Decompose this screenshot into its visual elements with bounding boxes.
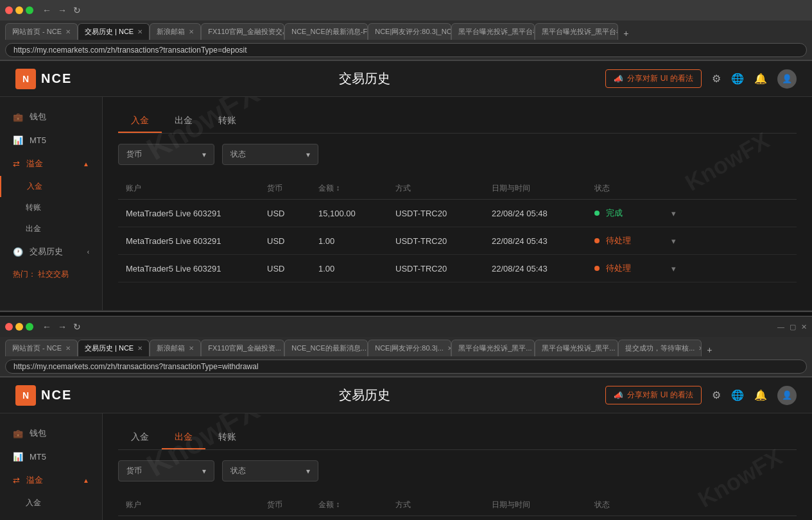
chevron-down-icon: ▾: [202, 150, 206, 159]
tab-transfer-1[interactable]: 转账: [205, 110, 249, 133]
browser-tab-fx110[interactable]: FX110官网_金融投资交易... ✕: [201, 23, 284, 40]
close-dot[interactable]: [5, 6, 13, 14]
expand-icon[interactable]: ▾: [671, 264, 697, 273]
tab-close-icon[interactable]: ✕: [137, 345, 143, 352]
share-button-1[interactable]: 📣 分享对新 UI 的看法: [605, 69, 702, 88]
back-button-2[interactable]: ←: [40, 320, 54, 333]
tab-close-icon[interactable]: ✕: [65, 28, 71, 35]
browser-tab2-black1[interactable]: 黑平台曝光投诉_黑平... ✕: [451, 340, 535, 356]
browser-tab2-fx110[interactable]: FX110官网_金融投资... ✕: [201, 340, 284, 356]
sidebar-item-funds-1[interactable]: ⇄ 溢金 ▲: [0, 152, 102, 176]
status-filter-1[interactable]: 状态 ▾: [222, 144, 318, 165]
share-button-2[interactable]: 📣 分享对新 UI 的看法: [605, 386, 702, 404]
address-bar-1[interactable]: [5, 43, 807, 57]
sidebar-item-wallet-1[interactable]: 💼 钱包: [0, 105, 102, 129]
sidebar-subitem-deposit-2[interactable]: 入金: [0, 492, 102, 514]
sidebar-subitem-withdraw-1[interactable]: 出金: [0, 218, 102, 239]
tab-transfer-2[interactable]: 转账: [205, 426, 249, 449]
main-content-2: KnowFX KnowFX 入金 出金 转账 货币 ▾ 状态 ▾: [103, 413, 812, 520]
expand-icon[interactable]: ▾: [671, 209, 697, 218]
status-badge: 待处理: [594, 235, 671, 247]
browser-tab2-home[interactable]: 网站首页 - NCE ✕: [5, 340, 78, 356]
sidebar-subitem-transfer-2[interactable]: 转账: [0, 514, 102, 520]
window-controls-2: [5, 323, 33, 331]
browser-tab-black2[interactable]: 黑平台曝光投诉_黑平台举... ✕: [535, 23, 618, 40]
address-bar-row-2: [0, 356, 812, 377]
megaphone-icon-2: 📣: [614, 391, 623, 400]
app-window-2: N NCE 交易历史 📣 分享对新 UI 的看法 ⚙ 🌐 🔔 👤 💼: [0, 377, 812, 520]
avatar-2[interactable]: 👤: [777, 386, 797, 405]
min-dot[interactable]: [15, 6, 23, 14]
logo-icon-2: N: [15, 385, 36, 406]
sidebar-item-wallet-2[interactable]: 💼 钱包: [0, 421, 102, 446]
refresh-button[interactable]: ↻: [71, 4, 83, 17]
tab-close-icon[interactable]: ✕: [189, 345, 194, 352]
browser-window-1: ← → ↻ 网站首页 - NCE ✕ 交易历史 | NCE ✕ 新浪邮箱 ✕ F…: [0, 0, 812, 311]
sidebar-item-funds-2[interactable]: ⇄ 溢金 ▲: [0, 468, 102, 492]
page-title-2: 交易历史: [339, 386, 390, 404]
language-button-1[interactable]: 🌐: [731, 73, 744, 85]
browser-tab-black1[interactable]: 黑平台曝光投诉_黑平台举... ✕: [451, 23, 535, 40]
min-dot-2[interactable]: [15, 323, 23, 331]
tab-withdraw-1[interactable]: 出金: [162, 110, 205, 133]
status-filter-2[interactable]: 状态 ▾: [222, 460, 318, 481]
close-dot-2[interactable]: [5, 323, 13, 331]
tab-close-icon[interactable]: ✕: [189, 28, 194, 35]
language-button-2[interactable]: 🌐: [731, 389, 744, 401]
tab-close-icon[interactable]: ✕: [65, 345, 71, 352]
browser-tab2-nce-news[interactable]: NCE_NCE的最新消息... ✕: [284, 340, 368, 356]
social-trading-link[interactable]: 社交交易: [38, 270, 69, 279]
main-content-1: KnowFX KnowFX 入金 出金 转账 货币 ▾ 状态 ▾: [103, 97, 812, 310]
funds-icon: ⇄: [13, 159, 20, 169]
notification-button-2[interactable]: 🔔: [754, 389, 767, 401]
notification-button-1[interactable]: 🔔: [754, 73, 767, 85]
new-tab-button-2[interactable]: +: [704, 343, 714, 356]
currency-filter-1[interactable]: 货币 ▾: [118, 144, 214, 165]
browser-tab-history[interactable]: 交易历史 | NCE ✕: [78, 23, 150, 40]
tab-close-icon[interactable]: ✕: [698, 345, 702, 352]
browser-tab2-nce-review[interactable]: NCE|网友评分:80.3|... ✕: [368, 340, 451, 356]
status-badge: 待处理: [594, 263, 671, 274]
sidebar-item-mt5-1[interactable]: 📊 MT5: [0, 129, 102, 152]
sidebar-subitem-transfer-1[interactable]: 转账: [0, 197, 102, 218]
sidebar-subitem-deposit-1[interactable]: 入金: [0, 176, 102, 197]
close-icon-2[interactable]: ✕: [801, 323, 807, 331]
tab-close-icon[interactable]: ✕: [137, 28, 143, 35]
currency-filter-2[interactable]: 货币 ▾: [118, 460, 214, 481]
browser-tab-nce-review[interactable]: NCE|网友评分:80.3|_NCE... ✕: [368, 23, 451, 40]
forward-button-2[interactable]: →: [55, 320, 69, 333]
browser-tab-nce-news[interactable]: NCE_NCE的最新消息-FX1... ✕: [284, 23, 368, 40]
back-button[interactable]: ←: [40, 4, 54, 17]
funds-icon-2: ⇄: [13, 476, 20, 485]
status-dot-complete: [594, 211, 600, 216]
tab-withdraw-2[interactable]: 出金: [162, 426, 205, 449]
window-controls: [5, 6, 33, 14]
max-dot-2[interactable]: [26, 323, 33, 331]
table-header-1: 账户 货币 金额 ↕ 方式 日期与时间 状态: [118, 178, 797, 200]
max-dot[interactable]: [26, 6, 33, 14]
sidebar-item-mt5-2[interactable]: 📊 MT5: [0, 446, 102, 468]
settings-button-1[interactable]: ⚙: [712, 73, 721, 85]
browser-tab2-black2[interactable]: 黑平台曝光投诉_黑平... ✕: [535, 340, 618, 356]
forward-button[interactable]: →: [55, 4, 69, 17]
refresh-button-2[interactable]: ↻: [71, 320, 83, 333]
sidebar-1: 💼 钱包 📊 MT5 ⇄ 溢金 ▲ 入金 转账 出金 🕐 交易历史: [0, 97, 103, 310]
browser-tab2-history[interactable]: 交易历史 | NCE ✕: [78, 340, 150, 356]
browser-tab-home[interactable]: 网站首页 - NCE ✕: [5, 23, 78, 40]
settings-button-2[interactable]: ⚙: [712, 389, 721, 401]
tab-deposit-2[interactable]: 入金: [118, 426, 162, 449]
tab-deposit-1[interactable]: 入金: [118, 110, 162, 133]
restore-icon-2[interactable]: ▢: [790, 323, 796, 331]
expand-icon[interactable]: ▾: [671, 236, 697, 246]
minimize-icon-2[interactable]: —: [777, 323, 784, 331]
avatar-1[interactable]: 👤: [777, 69, 797, 89]
browser-tab2-submit[interactable]: 提交成功，等待审核... ✕: [618, 340, 702, 356]
browser-tab2-mail[interactable]: 新浪邮箱 ✕: [150, 340, 201, 356]
logo-text: NCE: [41, 71, 72, 86]
sidebar-item-history-1[interactable]: 🕐 交易历史 ‹: [0, 239, 102, 264]
header-actions-2: 📣 分享对新 UI 的看法 ⚙ 🌐 🔔 👤: [605, 386, 797, 405]
address-bar-2[interactable]: [5, 360, 807, 374]
new-tab-button[interactable]: +: [621, 27, 631, 40]
browser-tab-mail[interactable]: 新浪邮箱 ✕: [150, 23, 201, 40]
history-icon: 🕐: [13, 247, 23, 257]
